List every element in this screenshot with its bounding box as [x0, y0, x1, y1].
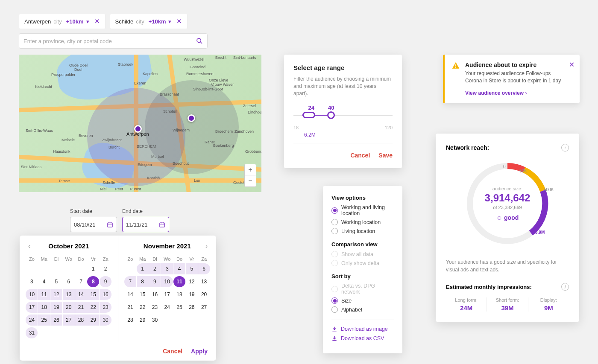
calendar-day[interactable]: 15 — [137, 289, 149, 300]
apply-button[interactable]: Apply — [191, 348, 208, 355]
calendar-day[interactable]: 13 — [63, 289, 75, 300]
end-date-input[interactable]: 11/11/21 — [122, 217, 169, 232]
calendar-day[interactable]: 10 — [161, 276, 173, 287]
slider-handle-min[interactable] — [302, 112, 315, 118]
calendar-day[interactable]: 27 — [63, 314, 75, 326]
calendar-day[interactable]: 26 — [186, 302, 198, 313]
location-search[interactable] — [19, 33, 208, 49]
calendar-day[interactable]: 31 — [26, 327, 38, 338]
calendar-day[interactable]: 17 — [161, 289, 173, 300]
zoom-out-button[interactable]: − — [245, 175, 256, 186]
calendar-day[interactable]: 24 — [26, 314, 38, 326]
radio-living[interactable]: Living location — [331, 228, 394, 234]
calendar-day[interactable]: 7 — [124, 276, 136, 287]
notification-link[interactable]: View audience overview › — [465, 90, 527, 96]
location-chip-schilde[interactable]: Schilde city +10km ▾ ✕ — [110, 14, 188, 29]
slider-handle-max[interactable] — [327, 111, 335, 119]
radio-working-living[interactable]: Working and living location — [331, 204, 394, 216]
calendar-day[interactable]: 20 — [198, 289, 210, 300]
calendar-day[interactable]: 30 — [149, 314, 161, 326]
calendar-day[interactable]: 28 — [75, 314, 87, 326]
close-icon[interactable]: ✕ — [94, 17, 100, 25]
calendar-day[interactable]: 15 — [87, 289, 99, 300]
calendar-day[interactable]: 29 — [137, 314, 149, 326]
calendar-day[interactable]: 5 — [50, 276, 62, 287]
calendar-day[interactable]: 6 — [63, 276, 75, 287]
calendar-day[interactable]: 11 — [173, 276, 185, 287]
calendar-day[interactable]: 29 — [87, 314, 99, 326]
search-input[interactable] — [23, 38, 196, 44]
zoom-in-button[interactable]: + — [245, 164, 256, 175]
calendar-day[interactable]: 11 — [38, 289, 50, 300]
calendar-day[interactable]: 3 — [26, 276, 38, 287]
search-icon[interactable] — [196, 38, 203, 44]
calendar-day[interactable]: 7 — [75, 276, 87, 287]
calendar-day[interactable]: 30 — [100, 314, 111, 326]
prev-month-button[interactable]: ‹ — [26, 242, 33, 251]
calendar-day[interactable]: 16 — [100, 289, 111, 300]
calendar-day[interactable]: 10 — [26, 289, 38, 300]
calendar-day[interactable]: 6 — [198, 263, 210, 274]
calendar-day[interactable]: 4 — [38, 276, 50, 287]
calendar-day[interactable]: 19 — [50, 302, 62, 313]
start-date-input[interactable]: 08/10/21 — [70, 217, 117, 232]
calendar-day[interactable]: 14 — [124, 289, 136, 300]
calendar-day[interactable]: 2 — [100, 263, 111, 274]
calendar-day[interactable]: 1 — [87, 263, 99, 274]
calendar-day[interactable]: 26 — [50, 314, 62, 326]
age-save-button[interactable]: Save — [378, 152, 393, 159]
chip-radius[interactable]: +10km — [149, 18, 166, 25]
chevron-down-icon[interactable]: ▾ — [168, 18, 171, 25]
calendar-day[interactable]: 4 — [173, 263, 185, 274]
calendar-day[interactable]: 14 — [75, 289, 87, 300]
radio-alphabet[interactable]: Alphabet — [331, 306, 394, 313]
location-map[interactable]: Antwerpen Brecht Sint-Lenaarts Brasschaa… — [19, 55, 261, 192]
calendar-day[interactable]: 22 — [87, 302, 99, 313]
close-icon[interactable]: ✕ — [569, 61, 575, 69]
location-chip-antwerpen[interactable]: Antwerpen city +10km ▾ ✕ — [19, 14, 106, 29]
calendar-day[interactable]: 25 — [173, 302, 185, 313]
calendar-day[interactable]: 20 — [63, 302, 75, 313]
calendar-day[interactable]: 24 — [161, 302, 173, 313]
map-pin-schilde[interactable] — [188, 114, 195, 122]
calendar-day[interactable]: 8 — [137, 276, 149, 287]
calendar-days[interactable]: 1234567891011121314151617181920212223242… — [26, 263, 112, 338]
calendar-day[interactable]: 12 — [50, 289, 62, 300]
chevron-down-icon[interactable]: ▾ — [86, 18, 89, 25]
calendar-day[interactable]: 25 — [38, 314, 50, 326]
calendar-day[interactable]: 18 — [38, 302, 50, 313]
next-month-button[interactable]: › — [203, 242, 210, 251]
radio-working[interactable]: Working location — [331, 219, 394, 225]
info-icon[interactable]: i — [561, 144, 569, 151]
radio-size[interactable]: Size — [331, 297, 394, 304]
download-csv-button[interactable]: Download as CSV — [331, 335, 394, 341]
chip-radius[interactable]: +10km — [66, 18, 84, 25]
cancel-button[interactable]: Cancel — [163, 348, 182, 355]
calendar-day[interactable]: 16 — [149, 289, 161, 300]
calendar-day[interactable]: 18 — [173, 289, 185, 300]
calendar-day[interactable]: 12 — [186, 276, 198, 287]
calendar-day[interactable]: 27 — [198, 302, 210, 313]
calendar-day[interactable]: 13 — [198, 276, 210, 287]
calendar-day[interactable]: 5 — [186, 263, 198, 274]
calendar-day[interactable]: 2 — [149, 263, 161, 274]
calendar-day[interactable]: 23 — [100, 302, 111, 313]
calendar-day[interactable]: 9 — [149, 276, 161, 287]
calendar-day[interactable]: 23 — [149, 302, 161, 313]
calendar-day[interactable]: 21 — [124, 302, 136, 313]
calendar-day[interactable]: 21 — [75, 302, 87, 313]
age-cancel-button[interactable]: Cancel — [350, 152, 370, 159]
calendar-day[interactable]: 17 — [26, 302, 38, 313]
calendar-day[interactable]: 28 — [124, 314, 136, 326]
calendar-day[interactable]: 8 — [87, 276, 99, 287]
calendar-day[interactable]: 22 — [137, 302, 149, 313]
download-image-button[interactable]: Download as image — [331, 326, 394, 332]
age-range-slider[interactable]: 24 40 — [293, 105, 393, 122]
calendar-day[interactable]: 19 — [186, 289, 198, 300]
calendar-day[interactable]: 3 — [161, 263, 173, 274]
calendar-day[interactable]: 9 — [100, 276, 111, 287]
info-icon[interactable]: i — [561, 283, 569, 291]
close-icon[interactable]: ✕ — [176, 17, 182, 25]
calendar-days[interactable]: 1234567891011121314151617181920212223242… — [124, 263, 211, 326]
calendar-day[interactable]: 1 — [137, 263, 149, 274]
